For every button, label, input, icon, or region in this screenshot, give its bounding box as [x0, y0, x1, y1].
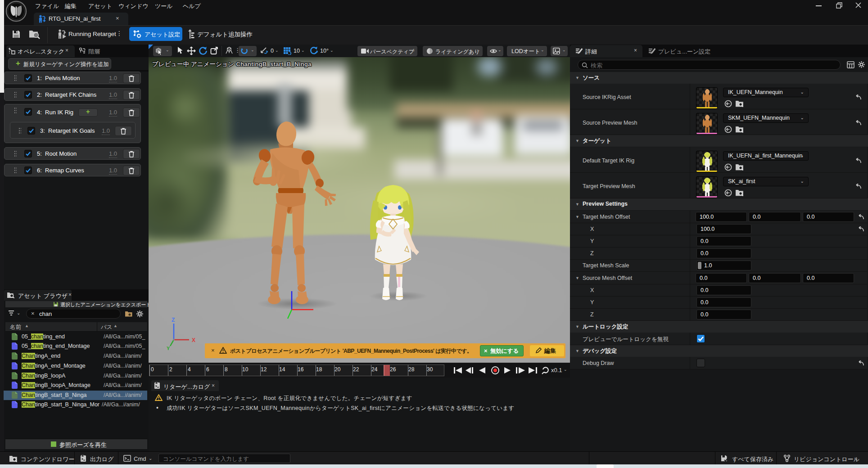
- svg-text:X: X: [192, 337, 195, 343]
- svg-text:Z: Z: [172, 317, 175, 323]
- svg-text:Y: Y: [167, 346, 170, 351]
